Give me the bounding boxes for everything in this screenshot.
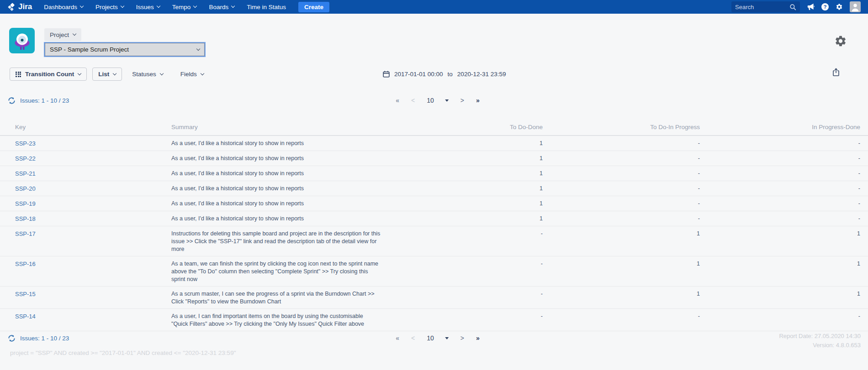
todo-inprogress-value: - — [543, 211, 700, 226]
todo-done-value: 1 — [386, 151, 543, 166]
inprogress-done-value: - — [700, 196, 868, 211]
issue-summary: As a scrum master, I can see the progres… — [171, 287, 386, 309]
table-row: SSP-15As a scrum master, I can see the p… — [0, 287, 868, 309]
metric-type-button[interactable]: Transition Count — [10, 68, 87, 81]
inprogress-done-value: - — [700, 181, 868, 196]
date-range-picker[interactable]: 2017-01-01 00:00 to 2020-12-31 23:59 — [383, 68, 506, 81]
nav-item-tempo[interactable]: Tempo — [172, 4, 197, 10]
jira-logo[interactable]: Jira — [7, 2, 32, 11]
issues-bar-bottom: Issues: 1 - 10 / 23 « < 10 > » — [0, 331, 868, 345]
issues-count-label: Issues: 1 - 10 / 23 — [20, 335, 69, 342]
page-size-select[interactable]: 10 — [427, 97, 449, 104]
first-page-button[interactable]: « — [396, 334, 399, 342]
issue-key-link[interactable]: SSP-14 — [15, 313, 36, 320]
issue-key-link[interactable]: SSP-15 — [15, 291, 36, 297]
issue-key-link[interactable]: SSP-17 — [15, 230, 36, 237]
last-page-button[interactable]: » — [476, 97, 480, 104]
inprogress-done-value: 1 — [700, 256, 868, 287]
gear-icon[interactable] — [836, 3, 843, 10]
report-settings-gear-icon[interactable] — [834, 35, 847, 49]
project-select[interactable]: SSP - Sample Scrum Project — [45, 43, 205, 56]
table-row: SSP-21As a user, I'd like a historical s… — [0, 166, 868, 181]
nav-item-label: Time in Status — [247, 4, 286, 10]
view-type-button[interactable]: List — [92, 68, 122, 81]
todo-done-value: 1 — [386, 196, 543, 211]
megaphone-icon[interactable] — [807, 3, 815, 10]
search-input[interactable] — [735, 4, 787, 10]
refresh-icon[interactable] — [8, 97, 16, 104]
column-header-todo-done: To Do-Done — [386, 120, 543, 135]
caret-down-icon — [445, 99, 449, 102]
metric-type-label: Transition Count — [25, 71, 74, 78]
create-button[interactable]: Create — [298, 2, 329, 12]
issue-key-link[interactable]: SSP-21 — [15, 170, 36, 177]
statuses-dropdown-button[interactable]: Statuses — [132, 68, 163, 81]
first-page-button[interactable]: « — [396, 97, 399, 104]
page-size-select[interactable]: 10 — [427, 334, 449, 342]
chevron-down-icon — [231, 4, 235, 8]
todo-done-value: - — [386, 256, 543, 287]
issues-count-label: Issues: 1 - 10 / 23 — [20, 97, 69, 104]
last-page-button[interactable]: » — [476, 334, 480, 342]
inprogress-done-value: 1 — [700, 287, 868, 309]
chevron-down-icon — [121, 4, 124, 8]
table-row: SSP-20As a user, I'd like a historical s… — [0, 181, 868, 196]
date-from-value: 2017-01-01 00:00 — [394, 71, 443, 78]
todo-inprogress-value: - — [543, 309, 700, 331]
nav-item-issues[interactable]: Issues — [136, 4, 160, 10]
top-navigation-bar: Jira Dashboards Projects Issues Tempo Bo… — [0, 0, 868, 14]
time-in-status-page: Jira Dashboards Projects Issues Tempo Bo… — [0, 0, 868, 370]
column-header-todo-inprogress: To Do-In Progress — [543, 120, 700, 135]
avatar[interactable] — [850, 1, 861, 12]
fields-label: Fields — [180, 71, 197, 78]
nav-item-label: Boards — [209, 4, 228, 10]
caret-down-icon — [445, 337, 449, 339]
chevron-down-icon — [201, 71, 204, 75]
next-page-button[interactable]: > — [460, 97, 464, 104]
jira-logo-icon — [7, 3, 16, 11]
project-dropdown-button[interactable]: Project — [44, 28, 81, 41]
prev-page-button[interactable]: < — [411, 334, 415, 342]
todo-inprogress-value: 1 — [543, 256, 700, 287]
nav-item-projects[interactable]: Projects — [95, 4, 124, 10]
nav-item-boards[interactable]: Boards — [209, 4, 234, 10]
issue-summary: As a user, I'd like a historical story t… — [171, 196, 386, 211]
date-to-value: 2020-12-31 23:59 — [457, 71, 506, 78]
column-header-key: Key — [0, 120, 171, 135]
todo-done-value: 1 — [386, 181, 543, 196]
next-page-button[interactable]: > — [460, 334, 464, 342]
column-header-summary: Summary — [171, 120, 386, 135]
inprogress-done-value: - — [700, 211, 868, 226]
fields-dropdown-button[interactable]: Fields — [180, 68, 204, 81]
issue-key-link[interactable]: SSP-16 — [15, 261, 36, 267]
issue-summary: As a user, I'd like a historical story t… — [171, 166, 386, 181]
project-avatar[interactable] — [9, 28, 35, 55]
inprogress-done-value: - — [700, 166, 868, 181]
issue-summary: Instructions for deleting this sample bo… — [171, 226, 386, 256]
inprogress-done-value: 1 — [700, 226, 868, 256]
page-size-value: 10 — [427, 97, 434, 104]
issue-summary: As a user, I'd like a historical story t… — [171, 181, 386, 196]
nav-item-dashboards[interactable]: Dashboards — [44, 4, 83, 10]
nav-item-label: Issues — [136, 4, 154, 10]
issue-key-link[interactable]: SSP-23 — [15, 140, 36, 147]
report-info: Report Date: 27.05.2020 14:30 Version: 4… — [779, 332, 861, 350]
nav-right-group: ? — [731, 1, 861, 12]
inprogress-done-value: - — [700, 135, 868, 151]
issue-key-link[interactable]: SSP-18 — [15, 215, 36, 222]
table-row: SSP-16As a team, we can finish the sprin… — [0, 256, 868, 287]
todo-inprogress-value: - — [543, 166, 700, 181]
refresh-icon[interactable] — [8, 334, 16, 342]
search-box — [731, 1, 800, 12]
issue-key-link[interactable]: SSP-22 — [15, 155, 36, 162]
issue-key-link[interactable]: SSP-20 — [15, 185, 36, 192]
export-icon[interactable] — [832, 68, 840, 78]
search-icon[interactable] — [789, 4, 796, 10]
page-size-value: 10 — [427, 334, 434, 342]
issue-key-link[interactable]: SSP-19 — [15, 200, 36, 207]
help-icon[interactable]: ? — [821, 3, 829, 10]
issue-summary: As a user, I'd like a historical story t… — [171, 211, 386, 226]
prev-page-button[interactable]: < — [411, 97, 415, 104]
todo-inprogress-value: - — [543, 135, 700, 151]
nav-item-time-in-status[interactable]: Time in Status — [247, 4, 286, 10]
